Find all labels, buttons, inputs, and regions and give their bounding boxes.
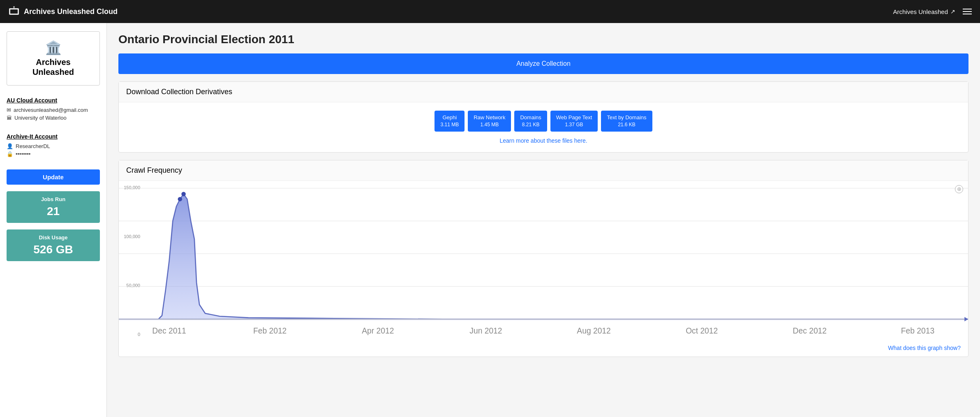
zoom-icon[interactable]: ⊕: [955, 185, 963, 193]
derivative-button-4[interactable]: Text by Domains21.6 KB: [601, 111, 652, 132]
app-header: Archives Unleashed Cloud Archives Unleas…: [0, 0, 980, 23]
au-account-section: AU Cloud Account ✉ archivesunleashed@gma…: [7, 97, 100, 123]
jobs-run-label: Jobs Run: [11, 196, 96, 202]
logo-name: Archives Unleashed: [32, 57, 74, 77]
header-title: Archives Unleashed Cloud: [24, 7, 118, 16]
crawl-frequency-body: 150,000100,00050,0000 ⊕: [119, 181, 968, 341]
archive-account-section: Archive-It Account 👤 ResearcherDL 🔒 ••••…: [7, 133, 100, 159]
svg-text:Dec 2012: Dec 2012: [793, 326, 827, 335]
password-dots: ••••••••: [16, 151, 30, 157]
svg-text:Oct 2012: Oct 2012: [686, 326, 718, 335]
university-value: University of Waterloo: [14, 115, 67, 121]
app-logo-icon: [8, 6, 20, 17]
disk-usage-label: Disk Usage: [11, 234, 96, 241]
jobs-run-value: 21: [11, 205, 96, 218]
disk-usage-value: 526 GB: [11, 243, 96, 256]
svg-text:Feb 2013: Feb 2013: [901, 326, 934, 335]
svg-point-2: [13, 6, 15, 8]
derivatives-header: Download Collection Derivatives: [119, 82, 968, 102]
svg-marker-12: [964, 317, 968, 322]
chart-footer: What does this graph show?: [119, 341, 968, 357]
derivative-button-0[interactable]: Gephi3.11 MB: [435, 111, 465, 132]
logo-icon: 🏛️: [32, 40, 74, 56]
svg-text:Jun 2012: Jun 2012: [469, 326, 502, 335]
derivatives-buttons-row: Gephi3.11 MBRaw Network1.45 MBDomains8.2…: [126, 111, 961, 132]
derivative-button-2[interactable]: Domains8.21 KB: [514, 111, 547, 132]
chart-area: ⊕: [119, 181, 968, 341]
learn-more-link[interactable]: Learn more about these files here.: [126, 137, 961, 144]
svg-point-10: [181, 192, 186, 197]
password-row: 🔒 ••••••••: [7, 151, 100, 157]
graph-info-link[interactable]: What does this graph show?: [888, 345, 961, 351]
username-value: ResearcherDL: [16, 143, 50, 149]
main-content: Ontario Provincial Election 2011 Analyze…: [107, 23, 980, 417]
header-left: Archives Unleashed Cloud: [8, 6, 118, 17]
lock-icon: 🔒: [7, 151, 13, 157]
crawl-frequency-card: Crawl Frequency 150,000100,00050,0000 ⊕: [118, 160, 968, 357]
university-row: 🏛 University of Waterloo: [7, 115, 100, 121]
disk-usage-card: Disk Usage 526 GB: [7, 229, 100, 261]
derivative-button-1[interactable]: Raw Network1.45 MB: [468, 111, 511, 132]
derivatives-body: Gephi3.11 MBRaw Network1.45 MBDomains8.2…: [119, 102, 968, 152]
external-link-icon: ↗: [950, 8, 955, 15]
archives-unleashed-link[interactable]: Archives Unleashed ↗: [893, 8, 955, 15]
svg-point-9: [178, 197, 183, 202]
svg-text:Feb 2012: Feb 2012: [253, 326, 287, 335]
jobs-run-card: Jobs Run 21: [7, 191, 100, 223]
au-account-label: AU Cloud Account: [7, 97, 100, 104]
analyze-collection-button[interactable]: Analyze Collection: [118, 53, 968, 74]
hamburger-menu-icon[interactable]: [963, 9, 972, 14]
email-row: ✉ archivesunleashed@gmail.com: [7, 107, 100, 113]
header-right: Archives Unleashed ↗: [893, 8, 972, 15]
email-value: archivesunleashed@gmail.com: [14, 107, 88, 113]
update-button[interactable]: Update: [7, 169, 100, 185]
email-icon: ✉: [7, 107, 11, 113]
crawl-frequency-header: Crawl Frequency: [119, 160, 968, 181]
svg-text:Aug 2012: Aug 2012: [577, 326, 610, 335]
svg-text:Apr 2012: Apr 2012: [362, 326, 394, 335]
derivative-button-3[interactable]: Web Page Text1.37 GB: [550, 111, 598, 132]
sidebar: 🏛️ Archives Unleashed AU Cloud Account ✉…: [0, 23, 107, 417]
crawl-chart-svg: Dec 2011 Feb 2012 Apr 2012 Jun 2012 Aug …: [119, 181, 968, 341]
svg-rect-1: [10, 9, 18, 14]
user-icon: 👤: [7, 143, 13, 149]
chart-wrapper: 150,000100,00050,0000 ⊕: [119, 181, 968, 341]
sidebar-logo: 🏛️ Archives Unleashed: [32, 40, 74, 77]
university-icon: 🏛: [7, 115, 12, 121]
archive-account-label: Archive-It Account: [7, 133, 100, 140]
sidebar-logo-box: 🏛️ Archives Unleashed: [7, 31, 100, 86]
derivatives-card: Download Collection Derivatives Gephi3.1…: [118, 81, 968, 153]
page-layout: 🏛️ Archives Unleashed AU Cloud Account ✉…: [0, 23, 980, 417]
svg-text:Dec 2011: Dec 2011: [152, 326, 186, 335]
page-title: Ontario Provincial Election 2011: [118, 33, 968, 46]
username-row: 👤 ResearcherDL: [7, 143, 100, 149]
